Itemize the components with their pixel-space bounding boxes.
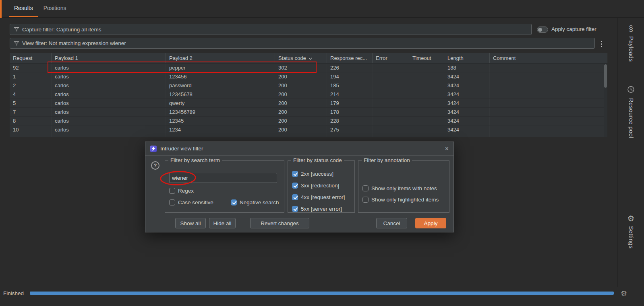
table-cell — [373, 134, 409, 137]
show-all-button[interactable]: Show all — [175, 218, 206, 228]
checkbox[interactable] — [231, 199, 237, 205]
apply-button[interactable]: Apply — [415, 218, 446, 228]
checkbox[interactable] — [292, 183, 298, 189]
cancel-button[interactable]: Cancel — [376, 218, 407, 228]
checkbox-label: 3xx [redirection] — [301, 183, 339, 189]
table-cell: carlos — [52, 108, 166, 116]
sidebar-item-payloads[interactable]: § Payloads — [618, 25, 644, 62]
table-row[interactable]: 11carlos1111112002133424 — [10, 134, 607, 137]
table-row[interactable]: 1carlos1234562001943424 — [10, 72, 607, 81]
table-cell — [409, 125, 444, 134]
table-row[interactable]: 92carlospepper302226188 — [10, 64, 607, 72]
table-cell: 188 — [444, 64, 490, 72]
sidebar-item-resource-pool[interactable]: Resource pool — [618, 86, 644, 138]
table-cell: 200 — [275, 72, 327, 81]
table-cell: 3424 — [444, 108, 490, 116]
scrollbar-thumb[interactable] — [604, 64, 607, 88]
status-code-option[interactable]: 4xx [request error] — [292, 193, 345, 201]
gear-icon[interactable]: ⚙ — [621, 289, 627, 298]
column-header-comment[interactable]: Comment — [490, 53, 607, 63]
checkbox[interactable] — [292, 171, 298, 177]
tab-label: Positions — [43, 5, 66, 11]
status-code-option[interactable]: 2xx [success] — [292, 170, 333, 178]
hide-all-button[interactable]: Hide all — [209, 218, 236, 228]
table-scrollbar[interactable] — [604, 64, 607, 137]
tab-label: Results — [14, 5, 33, 11]
view-filter-menu-icon[interactable] — [600, 40, 603, 48]
status-code-option[interactable]: 3xx [redirection] — [292, 181, 339, 189]
column-header-response-received[interactable]: Response rec... — [327, 53, 373, 63]
help-icon[interactable]: ? — [151, 161, 159, 170]
sidebar-item-settings[interactable]: ⚙ Settings — [618, 214, 644, 248]
table-cell: 1 — [10, 72, 52, 81]
table-cell — [409, 64, 444, 72]
table-row[interactable]: 2carlospassword2001853424 — [10, 81, 607, 90]
table-cell: 200 — [275, 134, 327, 137]
table-row[interactable]: 7carlos1234567892001783424 — [10, 108, 607, 117]
table-cell: 10 — [10, 125, 52, 134]
column-label: Request — [13, 53, 32, 63]
column-label: Payload 2 — [169, 53, 193, 63]
search-term-input[interactable] — [169, 173, 277, 183]
table-cell — [490, 125, 607, 134]
status-code-option[interactable]: 5xx [server error] — [292, 205, 342, 213]
checkbox[interactable] — [292, 206, 298, 212]
table-row[interactable]: 10carlos12342002753424 — [10, 125, 607, 134]
revert-changes-button[interactable]: Revert changes — [250, 218, 309, 228]
dialog-title: Intruder view filter — [160, 146, 203, 152]
table-cell: 275 — [327, 125, 373, 134]
negative-search-option[interactable]: Negative search — [231, 198, 279, 206]
close-icon[interactable]: × — [445, 146, 449, 152]
table-cell: 11 — [10, 134, 52, 137]
column-header-error[interactable]: Error — [373, 53, 409, 63]
table-cell: 3424 — [444, 134, 490, 137]
checkbox[interactable] — [362, 197, 369, 203]
toggle-knob — [538, 28, 542, 32]
annotation-option[interactable]: Show only highlighted items — [362, 195, 439, 203]
table-cell — [373, 81, 409, 90]
table-cell: 200 — [275, 117, 327, 125]
table-row[interactable]: 5carlosqwerty2001793424 — [10, 99, 607, 108]
table-cell — [409, 117, 444, 125]
checkbox[interactable] — [169, 199, 175, 205]
checkbox-label: 4xx [request error] — [301, 194, 345, 200]
column-header-timeout[interactable]: Timeout — [409, 53, 444, 63]
column-header-payload2[interactable]: Payload 2 — [166, 53, 275, 63]
annotation-option[interactable]: Show only items with notes — [362, 184, 437, 192]
checkbox[interactable] — [169, 188, 175, 194]
table-cell — [409, 72, 444, 81]
table-cell — [409, 90, 444, 99]
dialog-title-bar[interactable]: Intruder view filter × — [145, 142, 453, 156]
table-cell — [490, 64, 607, 72]
column-label: Payload 1 — [55, 53, 78, 63]
checkbox[interactable] — [362, 185, 369, 191]
sidebar-item-label: Payloads — [628, 36, 634, 62]
apply-capture-filter-toggle[interactable] — [537, 27, 548, 33]
table-cell: 1234 — [166, 125, 275, 134]
table-cell: 179 — [327, 99, 373, 107]
view-filter-bar[interactable]: View filter: Not matching expression wie… — [10, 38, 595, 49]
column-header-request[interactable]: Request — [10, 53, 52, 63]
tab-results[interactable]: Results — [9, 0, 38, 17]
left-accent-bar — [0, 0, 2, 18]
table-cell: carlos — [52, 99, 166, 107]
case-sensitive-option[interactable]: Case sensitive — [169, 198, 213, 206]
table-cell — [373, 117, 409, 125]
table-row[interactable]: 8carlos123452002283424 — [10, 117, 607, 125]
checkbox[interactable] — [292, 194, 298, 200]
column-header-payload1[interactable]: Payload 1 — [52, 53, 166, 63]
capture-filter-bar[interactable]: Capture filter: Capturing all items — [10, 24, 532, 35]
sidebar-item-label: Resource pool — [628, 98, 634, 138]
table-row[interactable]: 4carlos123456782002143424 — [10, 90, 607, 99]
column-header-status-code[interactable]: Status code — [275, 53, 327, 63]
table-cell: 111111 — [166, 134, 275, 137]
table-cell: 185 — [327, 81, 373, 90]
attack-progress-bar — [30, 292, 614, 295]
column-header-length[interactable]: Length — [444, 53, 490, 63]
column-label: Comment — [493, 53, 516, 63]
table-cell: 302 — [275, 64, 327, 72]
table-cell: 2 — [10, 81, 52, 90]
tab-positions[interactable]: Positions — [38, 0, 72, 17]
regex-option[interactable]: Regex — [169, 187, 194, 195]
table-cell — [490, 117, 607, 125]
